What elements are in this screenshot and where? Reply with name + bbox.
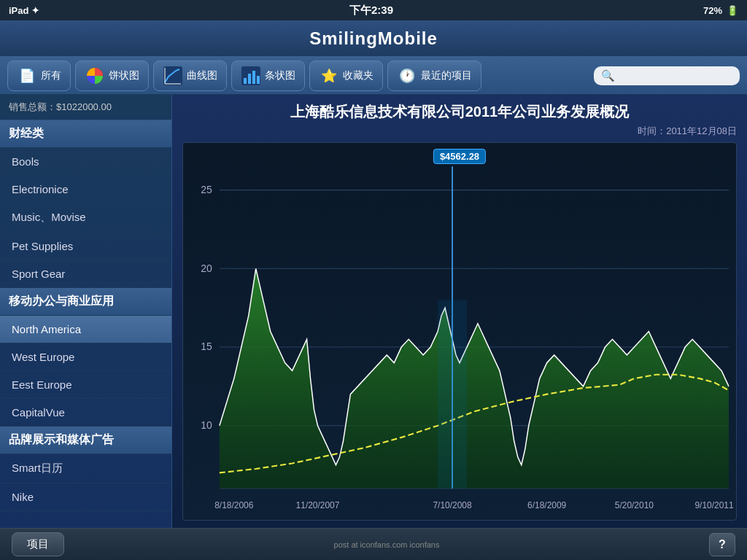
svg-text:15: 15 — [201, 341, 212, 353]
toolbar-btn-fav[interactable]: ⭐ 收藏夹 — [309, 61, 383, 91]
sidebar-item-music[interactable]: Music、Movise — [0, 203, 171, 233]
sidebar-item-sport[interactable]: Sport Gear — [0, 260, 171, 288]
search-input[interactable] — [619, 70, 736, 82]
bar-icon — [241, 66, 261, 86]
svg-text:8/18/2006: 8/18/2006 — [214, 499, 253, 510]
project-button[interactable]: 项目 — [12, 532, 64, 556]
sidebar-item-electronics[interactable]: Electrionice — [0, 176, 171, 203]
sidebar-item-we[interactable]: West Europe — [0, 343, 171, 371]
chart-container[interactable]: $4562.28 25 20 15 10 — [182, 142, 737, 521]
toolbar: 📄 所有 饼状图 曲线图 — [0, 57, 747, 95]
star-icon: ⭐ — [319, 66, 339, 86]
sidebar-item-nike[interactable]: Nike — [0, 483, 171, 511]
watermark: post at iconfans.com iconfans — [334, 540, 440, 549]
sidebar-item-bools[interactable]: Bools — [0, 148, 171, 176]
search-icon: 🔍 — [601, 69, 615, 82]
svg-rect-20 — [438, 300, 467, 488]
toolbar-btn-recent[interactable]: 🕐 最近的项目 — [387, 61, 481, 91]
pie-icon — [85, 66, 105, 86]
svg-text:9/10/2011: 9/10/2011 — [694, 499, 733, 510]
toolbar-label-fav: 收藏夹 — [343, 69, 374, 82]
svg-text:25: 25 — [201, 183, 212, 195]
svg-rect-5 — [244, 78, 247, 84]
sidebar-category-brand[interactable]: 品牌展示和媒体广告 — [0, 427, 171, 454]
sales-total: 销售总额：$1022000.00 — [0, 95, 171, 120]
toolbar-label-all: 所有 — [41, 69, 61, 82]
bottom-bar: 项目 post at iconfans.com iconfans ? — [0, 528, 747, 560]
svg-text:11/20/2007: 11/20/2007 — [296, 499, 340, 510]
sidebar-item-cv[interactable]: CapitalVue — [0, 399, 171, 427]
sidebar-item-pet[interactable]: Pet Supplies — [0, 233, 171, 260]
battery-icon: 🔋 — [727, 5, 738, 16]
sidebar-item-ee[interactable]: Eest Europe — [0, 371, 171, 399]
status-bar: iPad ✦ 下午2:39 72% 🔋 — [0, 0, 747, 20]
chart-svg: 25 20 15 10 8/18/2006 11/20/2007 7/10/20… — [183, 143, 736, 520]
toolbar-label-pie: 饼状图 — [109, 69, 139, 82]
toolbar-btn-all[interactable]: 📄 所有 — [7, 61, 71, 91]
svg-rect-7 — [252, 71, 255, 84]
title-bar: SmilingMobile — [0, 20, 747, 57]
svg-text:7/10/2008: 7/10/2008 — [433, 499, 471, 510]
status-time: 下午2:39 — [349, 4, 393, 18]
app-title: SmilingMobile — [309, 28, 438, 49]
all-icon: 📄 — [17, 66, 37, 86]
toolbar-label-recent: 最近的项目 — [421, 69, 472, 82]
help-button[interactable]: ? — [709, 533, 735, 556]
svg-text:10: 10 — [201, 419, 212, 432]
chart-title: 上海酷乐信息技术有限公司2011年公司业务发展概况 — [182, 102, 737, 122]
sidebar: 销售总额：$1022000.00 财经类 Bools Electrionice … — [0, 95, 172, 528]
svg-rect-8 — [257, 76, 260, 84]
svg-marker-18 — [220, 268, 729, 489]
svg-rect-1 — [163, 66, 182, 85]
toolbar-btn-pie[interactable]: 饼状图 — [75, 61, 149, 91]
line-icon — [163, 66, 183, 86]
svg-text:20: 20 — [201, 262, 212, 274]
toolbar-btn-line[interactable]: 曲线图 — [153, 61, 227, 91]
device-label: iPad ✦ — [9, 5, 39, 16]
toolbar-label-bar: 条状图 — [265, 69, 295, 82]
toolbar-label-line: 曲线图 — [187, 69, 217, 82]
sidebar-category-finance[interactable]: 财经类 — [0, 120, 171, 148]
battery-label: 72% — [703, 5, 722, 16]
chart-date: 时间：2011年12月08日 — [182, 125, 737, 138]
chart-area: 上海酷乐信息技术有限公司2011年公司业务发展概况 时间：2011年12月08日… — [172, 95, 747, 528]
status-left: iPad ✦ — [9, 5, 39, 16]
sidebar-item-smart[interactable]: Smart日历 — [0, 454, 171, 483]
sidebar-item-na[interactable]: North America — [0, 316, 171, 343]
sidebar-category-mobile[interactable]: 移动办公与商业应用 — [0, 288, 171, 316]
toolbar-btn-bar[interactable]: 条状图 — [231, 61, 305, 91]
svg-text:6/18/2009: 6/18/2009 — [527, 499, 566, 510]
status-right: 72% 🔋 — [703, 5, 738, 16]
main-content: 销售总额：$1022000.00 财经类 Bools Electrionice … — [0, 95, 747, 528]
svg-text:5/20/2010: 5/20/2010 — [615, 499, 654, 510]
clock-icon: 🕐 — [397, 66, 417, 86]
svg-rect-6 — [248, 74, 251, 84]
chart-tooltip: $4562.28 — [433, 149, 486, 164]
search-box[interactable]: 🔍 — [594, 66, 740, 85]
